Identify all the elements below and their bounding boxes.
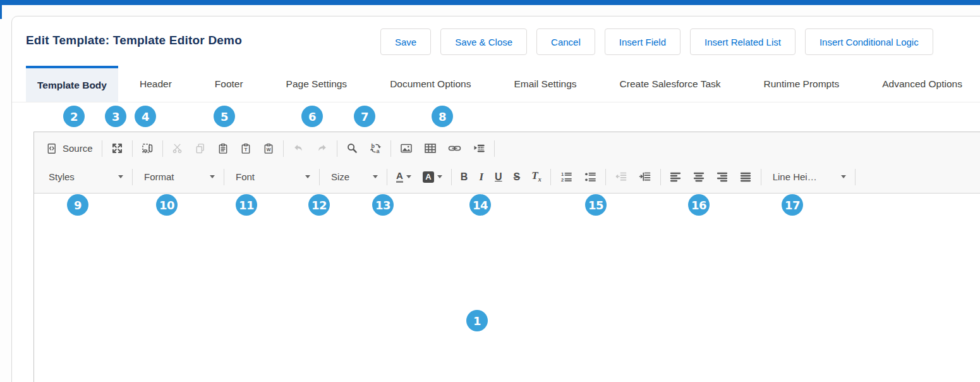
tab-footer[interactable]: Footer: [193, 66, 265, 102]
underline-button[interactable]: U: [489, 167, 508, 187]
save-and-close-button[interactable]: Save & Close: [440, 28, 527, 55]
line-height-dropdown[interactable]: Line Hei…: [765, 168, 852, 187]
annotation-badge-9: 9: [67, 194, 88, 216]
remove-format-button[interactable]: Tx: [526, 167, 547, 187]
undo-icon: [293, 142, 305, 154]
tab-template-body[interactable]: Template Body: [26, 66, 118, 102]
annotation-badge-14: 14: [469, 194, 491, 216]
rich-text-editor: Source: [33, 132, 980, 382]
toolbar-separator: [451, 169, 452, 185]
maximize-button[interactable]: [106, 139, 129, 159]
justify-button[interactable]: [734, 167, 758, 187]
bulleted-list-icon: [584, 171, 596, 183]
format-dropdown[interactable]: Format: [136, 168, 221, 187]
replace-button[interactable]: ba: [364, 139, 387, 159]
bulleted-list-button[interactable]: [578, 167, 602, 187]
annotation-badge-17: 17: [782, 194, 803, 216]
italic-button[interactable]: I: [473, 167, 489, 187]
decrease-indent-button[interactable]: [609, 167, 633, 187]
background-color-button[interactable]: A: [417, 167, 448, 187]
font-dropdown-label: Font: [236, 171, 255, 182]
background-color-icon: A: [423, 171, 434, 183]
text-color-button[interactable]: A: [390, 167, 417, 187]
tab-advanced-options[interactable]: Advanced Options: [861, 66, 980, 102]
chevron-down-icon: [210, 175, 215, 178]
paste-button[interactable]: [212, 139, 234, 159]
copy-button[interactable]: [189, 139, 212, 159]
tab-create-salesforce-task[interactable]: Create Salesforce Task: [598, 66, 742, 102]
svg-text:2: 2: [561, 177, 564, 183]
paste-from-word-icon: W: [263, 143, 274, 154]
numbered-list-button[interactable]: 12: [554, 167, 578, 187]
image-icon: [400, 142, 413, 154]
format-dropdown-label: Format: [144, 171, 174, 182]
cancel-button[interactable]: Cancel: [536, 28, 595, 55]
toolbar-separator: [319, 169, 320, 185]
annotation-badge-3: 3: [105, 106, 126, 127]
table-button[interactable]: [418, 139, 442, 159]
tab-header[interactable]: Header: [118, 66, 193, 102]
insert-conditional-logic-button[interactable]: Insert Conditional Logic: [805, 28, 933, 55]
toolbar-separator: [660, 169, 661, 185]
left-accent-edge: [0, 5, 2, 19]
annotation-badge-4: 4: [135, 106, 156, 127]
cut-button[interactable]: [166, 139, 189, 159]
action-button-row: Save Save & Close Cancel Insert Field In…: [380, 28, 933, 55]
paste-from-word-button[interactable]: W: [257, 139, 280, 159]
toolbar-separator: [224, 169, 224, 185]
toolbar-separator: [132, 169, 133, 185]
paste-plain-text-button[interactable]: T: [234, 139, 257, 159]
tab-document-options[interactable]: Document Options: [368, 66, 492, 102]
annotation-badge-7: 7: [354, 106, 375, 127]
increase-indent-button[interactable]: [633, 167, 657, 187]
link-button[interactable]: [442, 139, 467, 159]
tab-divider-line: [12, 102, 980, 102]
save-button[interactable]: Save: [380, 28, 431, 55]
size-dropdown[interactable]: Size: [323, 168, 384, 187]
editor-content-area[interactable]: [34, 194, 980, 382]
align-center-button[interactable]: [687, 167, 711, 187]
redo-button[interactable]: [310, 139, 334, 159]
source-button[interactable]: Source: [40, 139, 99, 159]
source-icon: [46, 143, 57, 154]
annotation-badge-5: 5: [214, 106, 235, 127]
annotation-badge-12: 12: [308, 194, 330, 216]
styles-dropdown[interactable]: Styles: [40, 168, 129, 187]
numbered-list-icon: 12: [560, 171, 572, 183]
toolbar-separator: [132, 140, 133, 157]
source-label: Source: [63, 143, 93, 154]
toolbar-separator: [283, 140, 284, 157]
find-button[interactable]: [341, 139, 364, 159]
insert-related-list-button[interactable]: Insert Related List: [690, 28, 795, 55]
undo-button[interactable]: [287, 139, 310, 159]
show-blocks-button[interactable]: [136, 139, 159, 159]
page-break-button[interactable]: [467, 139, 491, 159]
maximize-icon: [111, 142, 123, 154]
svg-text:b: b: [371, 143, 375, 149]
toolbar-separator: [102, 140, 102, 157]
toolbar-separator: [550, 169, 551, 185]
chevron-down-icon: [841, 175, 846, 178]
tab-email-settings[interactable]: Email Settings: [493, 66, 598, 102]
underline-icon: U: [495, 172, 502, 182]
chevron-down-icon: [373, 175, 378, 178]
page-break-icon: [473, 142, 485, 154]
redo-icon: [316, 142, 328, 154]
tab-runtime-prompts[interactable]: Runtime Prompts: [742, 66, 861, 102]
align-right-button[interactable]: [711, 167, 734, 187]
align-left-button[interactable]: [664, 167, 687, 187]
align-center-icon: [693, 171, 705, 183]
tab-page-settings[interactable]: Page Settings: [265, 66, 369, 102]
image-button[interactable]: [394, 139, 418, 159]
annotation-badge-8: 8: [432, 106, 453, 127]
insert-field-button[interactable]: Insert Field: [605, 28, 681, 55]
font-dropdown[interactable]: Font: [227, 168, 316, 187]
svg-text:1: 1: [561, 171, 564, 177]
replace-icon: ba: [370, 142, 382, 154]
bold-button[interactable]: B: [455, 167, 474, 187]
chevron-down-icon: [305, 175, 310, 178]
annotation-badge-2: 2: [63, 106, 85, 127]
show-blocks-icon: [142, 142, 154, 154]
annotation-badge-15: 15: [585, 194, 607, 216]
strikethrough-button[interactable]: S: [508, 167, 526, 187]
